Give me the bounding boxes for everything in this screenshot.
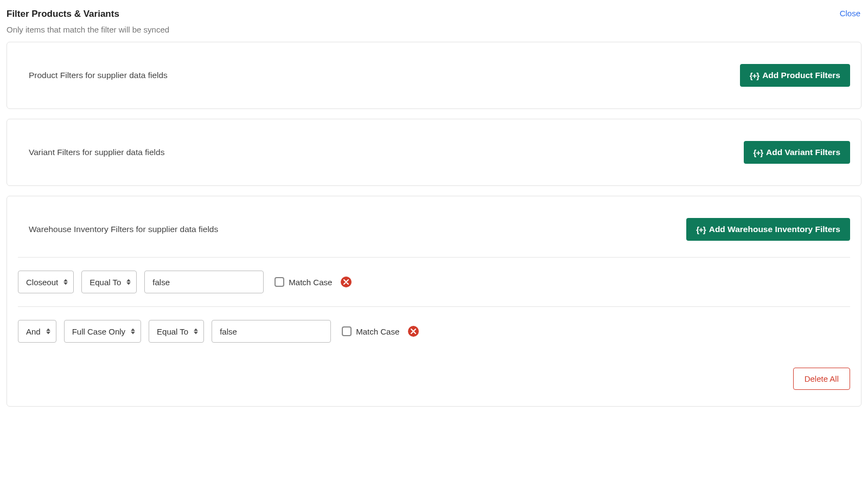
filter-row: And Full Case Only Equal To xyxy=(18,307,850,356)
match-case-checkbox[interactable]: Match Case xyxy=(275,277,332,287)
match-case-label: Match Case xyxy=(356,327,399,336)
operator-select-value: Equal To xyxy=(90,278,121,287)
match-case-label: Match Case xyxy=(289,278,332,287)
add-warehouse-filters-button[interactable]: {+} Add Warehouse Inventory Filters xyxy=(686,218,850,241)
logic-select[interactable]: And xyxy=(18,320,56,343)
add-variant-filters-button[interactable]: {+} Add Variant Filters xyxy=(744,141,850,164)
warehouse-filters-card: Warehouse Inventory Filters for supplier… xyxy=(7,196,861,407)
add-product-filters-button[interactable]: {+} Add Product Filters xyxy=(740,64,850,87)
warehouse-filters-label: Warehouse Inventory Filters for supplier… xyxy=(18,224,218,234)
product-filters-card: Product Filters for supplier data fields… xyxy=(7,42,861,109)
delete-all-button[interactable]: Delete All xyxy=(793,368,850,390)
field-select[interactable]: Closeout xyxy=(18,271,74,293)
match-case-checkbox[interactable]: Match Case xyxy=(342,326,399,336)
checkbox-icon xyxy=(342,326,352,336)
add-icon: {+} xyxy=(696,225,705,234)
select-caret-icon xyxy=(63,279,68,285)
add-variant-filters-label: Add Variant Filters xyxy=(766,147,840,157)
variant-filters-label: Variant Filters for supplier data fields xyxy=(18,147,164,157)
operator-select-value: Equal To xyxy=(157,327,188,336)
field-select[interactable]: Full Case Only xyxy=(64,320,141,343)
operator-select[interactable]: Equal To xyxy=(149,320,204,343)
add-icon: {+} xyxy=(750,71,759,80)
value-input[interactable] xyxy=(144,271,264,293)
checkbox-icon xyxy=(275,277,284,287)
close-icon xyxy=(411,329,416,334)
page-subtitle: Only items that match the filter will be… xyxy=(7,20,861,42)
select-caret-icon xyxy=(46,329,50,335)
filter-row: Closeout Equal To Match Case xyxy=(18,258,850,306)
page-title: Filter Products & Variants xyxy=(7,9,119,20)
add-warehouse-filters-label: Add Warehouse Inventory Filters xyxy=(709,224,840,234)
field-select-value: Closeout xyxy=(26,278,58,287)
remove-row-button[interactable] xyxy=(408,326,419,337)
select-caret-icon xyxy=(194,329,198,335)
field-select-value: Full Case Only xyxy=(72,327,125,336)
add-icon: {+} xyxy=(754,148,763,157)
close-link[interactable]: Close xyxy=(840,9,861,18)
select-caret-icon xyxy=(126,279,131,285)
value-input[interactable] xyxy=(212,320,331,343)
variant-filters-card: Variant Filters for supplier data fields… xyxy=(7,119,861,186)
product-filters-label: Product Filters for supplier data fields xyxy=(18,70,168,80)
close-icon xyxy=(343,279,349,285)
remove-row-button[interactable] xyxy=(341,277,352,287)
select-caret-icon xyxy=(131,329,135,335)
logic-select-value: And xyxy=(26,327,41,336)
add-product-filters-label: Add Product Filters xyxy=(762,70,840,80)
operator-select[interactable]: Equal To xyxy=(81,271,137,293)
